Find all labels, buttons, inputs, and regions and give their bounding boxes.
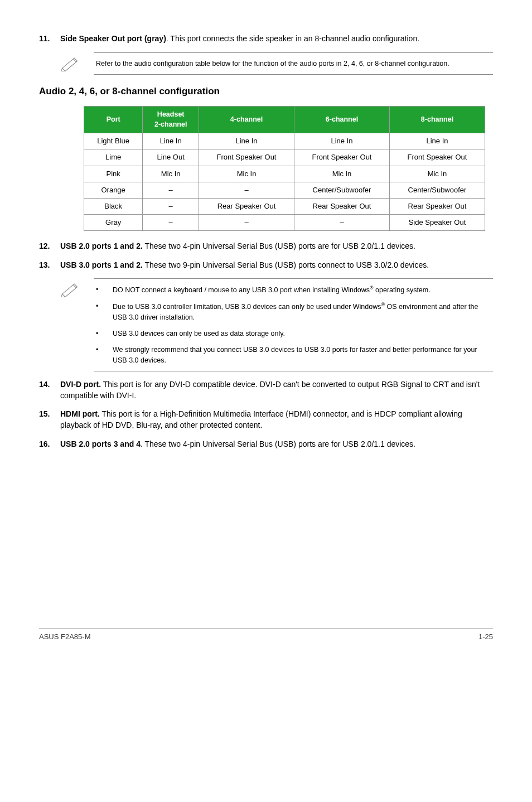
note-content: • DO NOT connect a keyboard / mouse to a… <box>94 278 493 371</box>
pencil-icon <box>60 52 94 75</box>
bullet-dot: • <box>96 345 113 366</box>
bullet-text: Due to USB 3.0 controller limitation, US… <box>113 301 491 323</box>
table-cell: – <box>143 182 199 198</box>
item-text: This port is for a High-Definition Multi… <box>60 409 462 429</box>
item-14: 14. DVI-D port. This port is for any DVI… <box>39 379 493 401</box>
table-cell: Mic In <box>199 166 294 182</box>
table-cell: – <box>199 215 294 231</box>
item-number: 11. <box>39 33 60 45</box>
table-cell: Center/Subwoofer <box>294 182 390 198</box>
item-label: HDMI port. <box>60 409 100 418</box>
bullet-text: We strongly recommend that you connect U… <box>113 345 491 366</box>
table-cell: – <box>294 215 390 231</box>
note-bullet: • Due to USB 3.0 controller limitation, … <box>96 301 491 323</box>
pencil-icon <box>60 278 94 301</box>
item-label: USB 2.0 ports 1 and 2. <box>60 241 143 250</box>
table-cell: Mic In <box>294 166 390 182</box>
item-body: USB 2.0 ports 1 and 2. These two 4-pin U… <box>60 241 493 252</box>
page-footer: ASUS F2A85-M 1-25 <box>39 628 493 642</box>
table-cell: Light Blue <box>84 133 143 149</box>
table-cell: Rear Speaker Out <box>390 198 485 214</box>
note-bullet: • We strongly recommend that you connect… <box>96 345 491 366</box>
table-cell: Front Speaker Out <box>199 149 294 166</box>
item-text: This port is for any DVI-D compatible de… <box>60 380 480 400</box>
item-label: Side Speaker Out port (gray) <box>60 34 166 43</box>
bullet-text: DO NOT connect a keyboard / mouse to any… <box>113 284 491 296</box>
th-2ch: Headset 2-channel <box>143 107 199 133</box>
table-cell: Line In <box>294 133 390 149</box>
item-label: USB 2.0 ports 3 and 4 <box>60 439 141 448</box>
note-text: Refer to the audio configuration table b… <box>94 52 493 75</box>
item-body: USB 2.0 ports 3 and 4. These two 4-pin U… <box>60 439 493 450</box>
item-text: . This port connects the side speaker in… <box>166 34 419 43</box>
item-16: 16. USB 2.0 ports 3 and 4. These two 4-p… <box>39 439 493 450</box>
item-text: These two 9-pin Universal Serial Bus (US… <box>143 260 429 269</box>
table-cell: Line Out <box>143 149 199 166</box>
footer-right: 1-25 <box>478 632 493 642</box>
table-cell: Line In <box>199 133 294 149</box>
item-13: 13. USB 3.0 ports 1 and 2. These two 9-p… <box>39 260 493 271</box>
item-15: 15. HDMI port. This port is for a High-D… <box>39 409 493 431</box>
bullet-dot: • <box>96 328 113 339</box>
item-11: 11. Side Speaker Out port (gray). This p… <box>39 33 493 45</box>
th-6ch: 6-channel <box>294 107 390 133</box>
table-cell: Line In <box>143 133 199 149</box>
note-bullet: • DO NOT connect a keyboard / mouse to a… <box>96 284 491 296</box>
table-row: Gray–––Side Speaker Out <box>84 215 485 231</box>
item-text: These two 4-pin Universal Serial Bus (US… <box>143 241 415 250</box>
table-cell: Front Speaker Out <box>294 149 390 166</box>
audio-config-table: Port Headset 2-channel 4-channel 6-chann… <box>84 106 485 231</box>
table-cell: Lime <box>84 149 143 166</box>
th-4ch: 4-channel <box>199 107 294 133</box>
bullet-text: USB 3.0 devices can only be used as data… <box>113 328 491 339</box>
table-row: Light BlueLine InLine InLine InLine In <box>84 133 485 149</box>
item-number: 14. <box>39 379 60 401</box>
table-row: Orange––Center/SubwooferCenter/Subwoofer <box>84 182 485 198</box>
table-row: Black–Rear Speaker OutRear Speaker OutRe… <box>84 198 485 214</box>
th-port: Port <box>84 107 143 133</box>
item-12: 12. USB 2.0 ports 1 and 2. These two 4-p… <box>39 241 493 252</box>
item-text: . These two 4-pin Universal Serial Bus (… <box>141 439 415 448</box>
table-cell: – <box>199 182 294 198</box>
table-row: PinkMic InMic InMic InMic In <box>84 166 485 182</box>
item-label: USB 3.0 ports 1 and 2. <box>60 260 143 269</box>
table-cell: Side Speaker Out <box>390 215 485 231</box>
bullet-dot: • <box>96 284 113 296</box>
th-8ch: 8-channel <box>390 107 485 133</box>
table-row: LimeLine OutFront Speaker OutFront Speak… <box>84 149 485 166</box>
item-body: USB 3.0 ports 1 and 2. These two 9-pin U… <box>60 260 493 271</box>
item-body: Side Speaker Out port (gray). This port … <box>60 33 493 45</box>
table-cell: Mic In <box>143 166 199 182</box>
item-number: 12. <box>39 241 60 252</box>
table-cell: Orange <box>84 182 143 198</box>
item-number: 15. <box>39 409 60 431</box>
table-cell: Line In <box>390 133 485 149</box>
section-heading: Audio 2, 4, 6, or 8-channel configuratio… <box>39 85 493 98</box>
item-body: HDMI port. This port is for a High-Defin… <box>60 409 493 431</box>
table-cell: – <box>143 215 199 231</box>
table-cell: Mic In <box>390 166 485 182</box>
note-bullet: • USB 3.0 devices can only be used as da… <box>96 328 491 339</box>
table-cell: – <box>143 198 199 214</box>
item-number: 13. <box>39 260 60 271</box>
footer-left: ASUS F2A85-M <box>39 632 90 642</box>
table-cell: Rear Speaker Out <box>199 198 294 214</box>
table-cell: Pink <box>84 166 143 182</box>
item-number: 16. <box>39 439 60 450</box>
note-block-1: Refer to the audio configuration table b… <box>60 52 493 75</box>
note-block-2: • DO NOT connect a keyboard / mouse to a… <box>60 278 493 371</box>
item-body: DVI-D port. This port is for any DVI-D c… <box>60 379 493 401</box>
table-cell: Rear Speaker Out <box>294 198 390 214</box>
table-cell: Black <box>84 198 143 214</box>
bullet-dot: • <box>96 301 113 323</box>
table-cell: Gray <box>84 215 143 231</box>
table-cell: Center/Subwoofer <box>390 182 485 198</box>
item-label: DVI-D port. <box>60 380 101 389</box>
table-cell: Front Speaker Out <box>390 149 485 166</box>
